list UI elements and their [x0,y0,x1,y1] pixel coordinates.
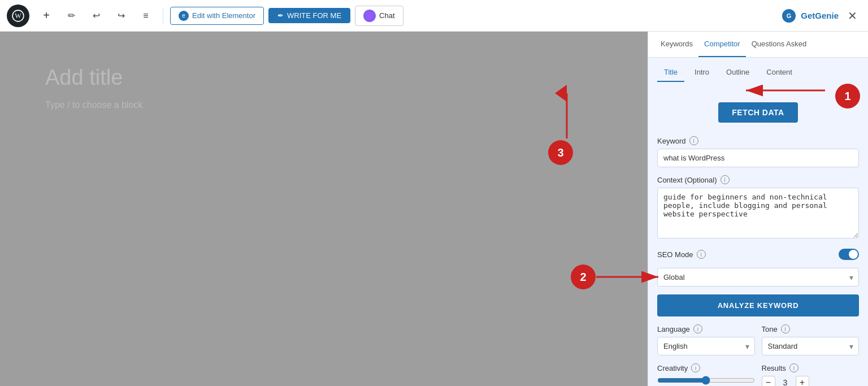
results-value: 3 [780,378,791,386]
sub-tab-outline[interactable]: Outline [719,63,756,82]
analyze-button-group: ANALYZE KEYWORD [657,294,859,316]
editor-area: Add title Type / to choose a block [0,32,648,386]
analyze-keyword-button[interactable]: ANALYZE KEYWORD [657,294,859,316]
sub-tab-intro[interactable]: Intro [688,63,716,82]
tab-keywords[interactable]: Keywords [655,32,698,57]
chat-avatar [363,10,376,22]
seo-mode-row: SEO Mode i [657,249,859,260]
write-for-me-button[interactable]: ✒ WRITE FOR ME [268,8,350,23]
close-panel-button[interactable]: ✕ [843,7,861,25]
undo-button[interactable]: ↩ [86,6,106,26]
tone-info-icon[interactable]: i [781,324,790,333]
tone-select-wrapper: Standard Formal Casual [762,337,860,355]
creativity-group: Creativity i [657,363,755,386]
tone-group: Tone i Standard Formal Casual [762,324,860,355]
tab-questions-asked[interactable]: Questions Asked [746,32,813,57]
language-group: Language i English Spanish French [657,324,755,355]
language-select[interactable]: English Spanish French [657,337,755,355]
list-view-button[interactable]: ≡ [136,6,156,26]
tab-competitor[interactable]: Competitor [698,32,746,57]
add-block-button[interactable]: + [36,6,57,26]
wp-icon: W [12,10,24,22]
toolbar: W + ✏ ↩ ↪ ≡ e Edit with Elementor ✒ WRIT… [0,0,868,32]
editor-block-placeholder: Type / to choose a block [45,100,143,110]
creativity-results-row: Creativity i Results i [657,363,859,386]
tone-label: Tone i [762,324,860,333]
editor-title-placeholder: Add title [45,66,123,90]
keyword-label: Keyword i [657,136,859,145]
tone-select[interactable]: Standard Formal Casual [762,337,860,355]
global-select-wrapper: Global [657,268,859,287]
sub-tab-content[interactable]: Content [760,63,799,82]
global-select[interactable]: Global [657,268,859,287]
panel-sub-tabs: Title Intro Outline Content [648,58,868,82]
elementor-icon: e [179,11,189,21]
redo-button[interactable]: ↪ [111,6,131,26]
seo-mode-toggle[interactable] [839,249,859,260]
creativity-info-icon[interactable]: i [691,363,700,372]
svg-text:G: G [787,12,792,19]
seo-mode-info-icon[interactable]: i [697,250,706,259]
language-info-icon[interactable]: i [693,324,702,333]
results-group: Results i − 3 + [762,363,860,386]
context-info-icon[interactable]: i [721,175,730,184]
getgenie-brand: G GetGenie [782,8,839,23]
results-label: Results i [762,363,860,372]
seo-mode-group: SEO Mode i [657,249,859,260]
global-dropdown-group: Global [657,268,859,287]
language-tone-row: Language i English Spanish French [657,324,859,355]
wordpress-logo: W [7,5,29,27]
results-info-icon[interactable]: i [789,363,798,372]
language-select-wrapper: English Spanish French [657,337,755,355]
creativity-label: Creativity i [657,363,755,372]
main-area: Add title Type / to choose a block Keywo… [0,32,868,386]
seo-mode-label: SEO Mode i [657,250,706,259]
results-decrease-button[interactable]: − [762,376,775,386]
getgenie-panel: Keywords Competitor Questions Asked Titl… [648,32,868,386]
context-textarea[interactable]: guide for beginners and non-technical pe… [657,188,859,238]
sub-tab-title[interactable]: Title [657,63,684,82]
keyword-field-group: Keyword i [657,136,859,167]
panel-tabs: Keywords Competitor Questions Asked [648,32,868,58]
creativity-slider[interactable] [657,376,755,385]
fetch-data-button[interactable]: FETCH DATA [718,102,797,123]
results-increase-button[interactable]: + [796,376,809,386]
edit-tool-button[interactable]: ✏ [61,6,81,26]
panel-content: FETCH DATA Keyword i Context (Optional [648,82,868,386]
fetch-data-area: FETCH DATA [657,91,859,128]
language-label: Language i [657,324,755,333]
keyword-info-icon[interactable]: i [689,136,698,145]
panel-content-wrapper: FETCH DATA Keyword i Context (Optional [648,82,868,386]
creativity-slider-container [657,376,755,386]
chat-button[interactable]: Chat [355,6,403,26]
svg-text:W: W [15,12,21,20]
results-stepper: − 3 + [762,376,860,386]
getgenie-logo-icon: G [782,8,796,23]
keyword-input[interactable] [657,149,859,167]
context-field-group: Context (Optional) i guide for beginners… [657,175,859,241]
context-label: Context (Optional) i [657,175,859,184]
toolbar-separator-1 [163,8,163,24]
edit-with-elementor-button[interactable]: e Edit with Elementor [170,7,264,25]
